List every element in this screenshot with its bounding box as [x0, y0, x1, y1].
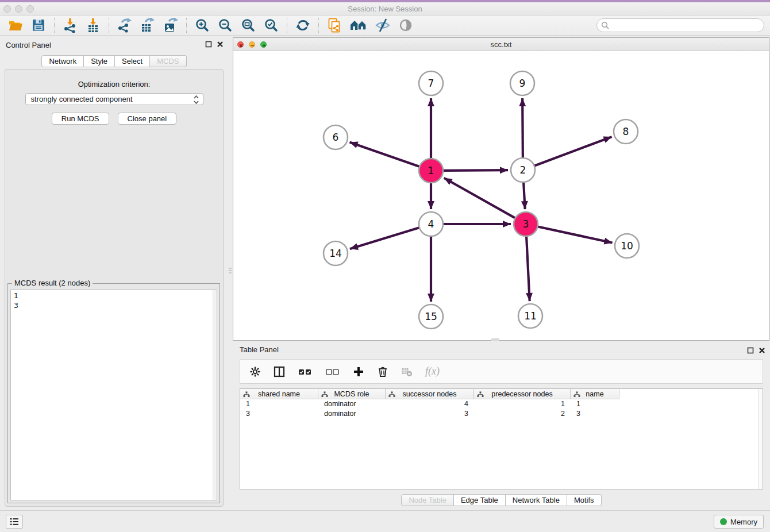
main-toolbar — [0, 16, 770, 36]
close-panel-button[interactable]: Close panel — [118, 113, 177, 125]
export-network-icon[interactable] — [117, 18, 132, 33]
mcds-result-text: 1 3 — [11, 290, 217, 311]
graph-edge-1-6[interactable] — [350, 142, 421, 167]
node-table: shared name MCDS role successor nodes pr… — [240, 388, 763, 489]
network-canvas[interactable]: 1234678910111415 — [233, 51, 769, 340]
table-panel-title: Table Panel — [240, 345, 279, 354]
result-scrollbar[interactable] — [213, 290, 217, 500]
graph-edge-2-8[interactable] — [533, 137, 612, 167]
graph-edge-2-3[interactable] — [523, 180, 525, 209]
hide-panel-eye-icon[interactable] — [375, 18, 390, 33]
delete-table-icon[interactable] — [401, 366, 413, 377]
add-column-icon[interactable] — [353, 366, 364, 377]
save-session-icon[interactable] — [31, 18, 46, 33]
zoom-in-icon[interactable] — [195, 18, 210, 33]
apply-function-icon[interactable]: f(x) — [425, 365, 440, 377]
table-cell[interactable]: 2 — [474, 409, 571, 419]
tab-motifs[interactable]: Motifs — [567, 494, 602, 506]
graph-node-label: 9 — [519, 78, 526, 89]
tab-network-table[interactable]: Network Table — [506, 494, 567, 506]
graph-edge-3-10[interactable] — [536, 226, 613, 243]
table-header-row: shared name MCDS role successor nodes pr… — [240, 389, 763, 399]
graph-edge-4-14[interactable] — [350, 227, 421, 249]
graph-edge-2-9[interactable] — [522, 98, 523, 160]
export-table-icon[interactable] — [140, 18, 155, 33]
zoom-fit-content-icon[interactable] — [241, 18, 256, 33]
unselect-all-checkboxes-icon[interactable] — [325, 366, 340, 377]
close-table-panel-icon[interactable] — [759, 347, 765, 354]
graph-node-label: 10 — [621, 240, 633, 252]
zoom-out-icon[interactable] — [218, 18, 233, 33]
table-row[interactable]: 1dominator411 — [240, 399, 763, 409]
graph-node-label: 2 — [520, 164, 526, 176]
import-network-icon[interactable] — [63, 18, 78, 33]
tab-edge-table[interactable]: Edge Table — [454, 494, 506, 506]
attribute-tree-icon — [477, 391, 484, 399]
graph-node-label: 3 — [523, 218, 529, 230]
tab-mcds[interactable]: MCDS — [150, 55, 186, 67]
task-history-button[interactable] — [6, 515, 23, 529]
search-icon — [601, 21, 609, 31]
open-file-icon[interactable] — [8, 18, 23, 33]
table-row[interactable]: 3dominator323 — [240, 409, 763, 419]
tab-node-table[interactable]: Node Table — [401, 494, 454, 506]
close-panel-icon[interactable] — [217, 41, 224, 48]
select-stepper-icon — [193, 95, 199, 107]
mcds-result-box: MCDS result (2 nodes) 1 3 — [7, 283, 220, 503]
graph-edge-3-11[interactable] — [526, 234, 530, 301]
column-header-predecessor-nodes[interactable]: predecessor nodes — [474, 389, 571, 399]
table-cell[interactable]: 1 — [474, 399, 571, 409]
network-graph: 1234678910111415 — [233, 51, 769, 340]
import-table-icon[interactable] — [86, 18, 101, 33]
column-header-successor-nodes[interactable]: successor nodes — [386, 389, 474, 399]
run-mcds-button[interactable]: Run MCDS — [52, 113, 109, 125]
graph-edge-3-1[interactable] — [444, 178, 517, 219]
table-cell[interactable]: 3 — [571, 409, 619, 419]
refresh-view-icon[interactable] — [295, 18, 310, 33]
select-all-checkboxes-icon[interactable] — [298, 366, 313, 377]
vertical-splitter-grip[interactable] — [229, 268, 232, 276]
table-cell[interactable]: dominator — [318, 409, 386, 419]
preview-eye-icon[interactable] — [398, 18, 413, 33]
app-titlebar: Session: New Session — [0, 2, 770, 16]
mcds-result-title: MCDS result (2 nodes) — [12, 279, 93, 287]
table-scrollbar[interactable] — [758, 389, 763, 489]
show-home-networks-icon[interactable] — [350, 18, 367, 33]
graph-node-label: 4 — [428, 218, 434, 230]
table-panel: Table Panel f(x) shared name — [233, 342, 770, 510]
criterion-select[interactable]: strongly connected component — [25, 93, 203, 105]
criterion-value: strongly connected component — [31, 95, 133, 103]
search-input[interactable] — [596, 18, 764, 32]
table-cell[interactable]: 3 — [240, 409, 318, 419]
float-table-panel-icon[interactable] — [747, 347, 754, 354]
network-view-title: scc.txt — [233, 40, 769, 49]
horizontal-splitter-grip[interactable] — [491, 338, 499, 341]
node-table-body: 1dominator4113dominator323 — [240, 399, 763, 419]
control-panel: Control Panel Network Style Select MCDS … — [0, 36, 228, 510]
column-header-mcds-role[interactable]: MCDS role — [318, 389, 386, 399]
graph-node-label: 6 — [333, 132, 339, 143]
graph-node-label: 1 — [428, 165, 434, 176]
duplicate-network-icon[interactable] — [327, 18, 342, 33]
table-options-gear-icon[interactable] — [249, 366, 261, 377]
table-cell[interactable]: 3 — [386, 409, 474, 419]
delete-column-trash-icon[interactable] — [377, 366, 388, 377]
table-cell[interactable]: 1 — [571, 399, 619, 409]
tab-network[interactable]: Network — [41, 55, 84, 67]
zoom-selected-icon[interactable] — [264, 18, 279, 33]
table-cell[interactable]: 1 — [240, 399, 318, 409]
memory-button[interactable]: Memory — [714, 515, 764, 529]
export-image-icon[interactable] — [163, 18, 178, 33]
table-cell[interactable]: 4 — [386, 399, 474, 409]
show-column-icon[interactable] — [274, 366, 285, 377]
mcds-result-area[interactable]: 1 3 — [10, 290, 217, 500]
tab-style[interactable]: Style — [84, 55, 115, 67]
graph-edge-1-2[interactable] — [441, 170, 508, 171]
column-header-name[interactable]: name — [571, 389, 619, 399]
table-cell[interactable]: dominator — [318, 399, 386, 409]
tab-select[interactable]: Select — [115, 55, 150, 67]
column-header-shared-name[interactable]: shared name — [240, 389, 318, 399]
float-panel-icon[interactable] — [205, 41, 212, 48]
graph-node-label: 14 — [329, 248, 342, 259]
memory-label: Memory — [730, 518, 757, 526]
